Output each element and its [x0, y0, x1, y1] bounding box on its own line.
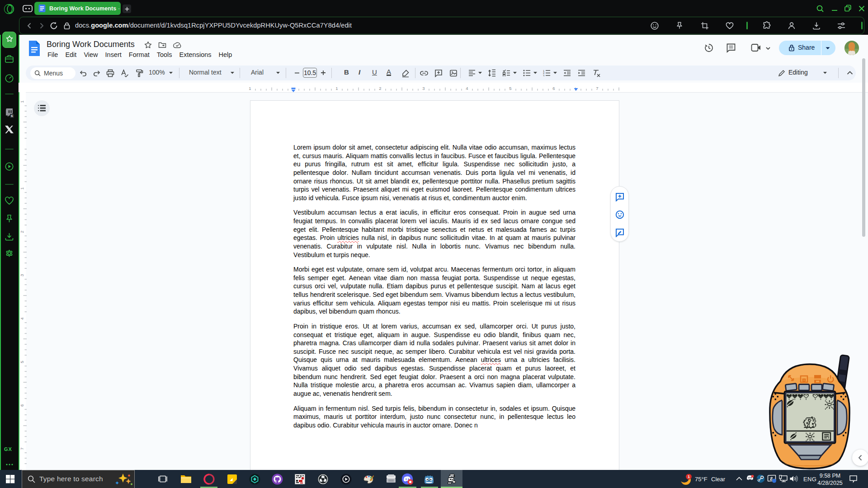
svg-text:6: 6 — [552, 86, 555, 91]
svg-text:1: 1 — [20, 187, 24, 189]
svg-text:5: 5 — [20, 361, 24, 363]
svg-text:3: 3 — [543, 75, 545, 77]
svg-text:3: 3 — [422, 86, 425, 91]
svg-text:7: 7 — [596, 86, 598, 91]
svg-text:3: 3 — [20, 274, 24, 276]
svg-text:2: 2 — [379, 86, 381, 91]
svg-text:1: 1 — [20, 100, 24, 103]
svg-text:6: 6 — [11, 114, 13, 118]
svg-text:5: 5 — [509, 86, 511, 91]
svg-text:4: 4 — [466, 86, 468, 91]
svg-text:2: 2 — [20, 230, 24, 233]
svg-text:1: 1 — [249, 86, 251, 91]
svg-text:6: 6 — [20, 404, 24, 406]
svg-text:4: 4 — [20, 317, 24, 319]
svg-text:1: 1 — [688, 474, 690, 479]
svg-text:7: 7 — [20, 447, 24, 450]
svg-text:1: 1 — [335, 86, 338, 91]
